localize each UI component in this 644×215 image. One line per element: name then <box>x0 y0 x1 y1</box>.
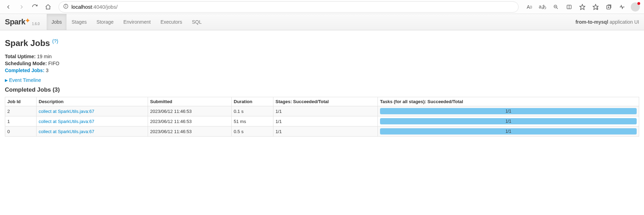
completed-jobs-link[interactable]: Completed Jobs: <box>5 68 46 73</box>
help-link[interactable]: (?) <box>52 38 58 44</box>
table-row: 2collect at SparkUtils.java:672023/06/12… <box>5 106 639 116</box>
spark-logo[interactable]: Spark ✦ 1.6.0 <box>5 17 40 26</box>
svg-line-4 <box>557 8 558 9</box>
uptime-label: Total Uptime: <box>5 54 36 59</box>
cell-stages: 1/1 <box>273 116 378 126</box>
spark-logo-text: Spark <box>5 17 25 26</box>
content: Spark Jobs (?) Total Uptime: 19 min Sche… <box>0 30 644 143</box>
job-description-link[interactable]: collect at SparkUtils.java:67 <box>39 129 94 134</box>
sched-label: Scheduling Mode: <box>5 61 47 66</box>
profile-avatar-icon <box>631 2 640 11</box>
table-row: 0collect at SparkUtils.java:672023/06/12… <box>5 126 639 137</box>
summary-scheduling: Scheduling Mode: FIFO <box>5 60 639 67</box>
task-progress-bar: 1/1 <box>380 118 637 124</box>
cell-jobid: 2 <box>5 106 37 116</box>
read-aloud-icon[interactable]: A)) <box>523 1 535 13</box>
address-bar[interactable]: localhost:4040/jobs/ <box>59 1 519 13</box>
caret-right-icon: ▶ <box>5 78 8 83</box>
th-jobid[interactable]: Job Id <box>5 97 37 106</box>
app-suffix: application UI <box>610 19 639 25</box>
summary-completed: Completed Jobs: 3 <box>5 67 639 74</box>
url-path: /jobs/ <box>105 4 118 10</box>
nav-tab-sql[interactable]: SQL <box>187 14 207 30</box>
job-description-link[interactable]: collect at SparkUtils.java:67 <box>39 119 94 124</box>
summary-list: Total Uptime: 19 min Scheduling Mode: FI… <box>5 53 639 74</box>
nav-tab-jobs[interactable]: Jobs <box>47 14 67 30</box>
task-progress-bar: 1/1 <box>380 108 637 114</box>
cell-duration: 0.5 s <box>232 126 273 137</box>
url-port: :4040 <box>92 4 105 10</box>
favorite-icon[interactable] <box>576 1 588 13</box>
nav-tab-environment[interactable]: Environment <box>118 14 156 30</box>
svg-marker-8 <box>580 4 585 9</box>
refresh-icon <box>32 4 38 10</box>
spark-star-icon: ✦ <box>25 18 31 23</box>
cell-stages: 1/1 <box>273 126 378 137</box>
favorites-list-icon[interactable] <box>590 1 602 13</box>
arrow-left-icon <box>5 4 11 10</box>
nav-tab-storage[interactable]: Storage <box>92 14 118 30</box>
svg-point-2 <box>66 5 66 5</box>
performance-icon[interactable] <box>616 1 628 13</box>
nav-tab-stages[interactable]: Stages <box>67 14 92 30</box>
th-tasks[interactable]: Tasks (for all stages): Succeeded/Total <box>378 97 639 106</box>
browser-right-controls: A)) aあ <box>523 1 641 13</box>
cell-submitted: 2023/06/12 11:46:53 <box>148 116 232 126</box>
url-host: localhost <box>71 4 92 10</box>
split-screen-icon[interactable] <box>563 1 575 13</box>
cell-tasks: 1/1 <box>378 126 639 137</box>
timeline-label: Event Timeline <box>9 77 41 83</box>
cell-submitted: 2023/06/12 11:46:53 <box>148 126 232 137</box>
nav-tabs: JobsStagesStorageEnvironmentExecutorsSQL <box>47 14 207 30</box>
progress-label: 1/1 <box>380 108 636 114</box>
task-progress-bar: 1/1 <box>380 128 637 135</box>
th-description[interactable]: Description <box>37 97 148 106</box>
refresh-button[interactable] <box>29 1 40 13</box>
zoom-icon[interactable] <box>550 1 562 13</box>
completed-label: Completed Jobs: <box>5 68 45 73</box>
page-title: Spark Jobs (?) <box>5 37 639 48</box>
progress-label: 1/1 <box>380 129 636 134</box>
table-row: 1collect at SparkUtils.java:672023/06/12… <box>5 116 639 126</box>
spark-version: 1.6.0 <box>32 22 40 26</box>
home-icon <box>45 4 51 10</box>
job-description-link[interactable]: collect at SparkUtils.java:67 <box>39 109 94 114</box>
spark-navbar: Spark ✦ 1.6.0 JobsStagesStorageEnvironme… <box>0 14 644 30</box>
sched-value: FIFO <box>48 61 59 66</box>
table-header-row: Job Id Description Submitted Duration St… <box>5 97 639 106</box>
cell-tasks: 1/1 <box>378 116 639 126</box>
nav-tab-executors[interactable]: Executors <box>156 14 187 30</box>
cell-tasks: 1/1 <box>378 106 639 116</box>
cell-duration: 51 ms <box>232 116 273 126</box>
site-info-icon[interactable] <box>63 3 69 10</box>
collections-icon[interactable] <box>603 1 615 13</box>
arrow-right-icon <box>18 4 25 10</box>
cell-description: collect at SparkUtils.java:67 <box>37 106 148 116</box>
th-duration[interactable]: Duration <box>232 97 273 106</box>
cell-stages: 1/1 <box>273 106 378 116</box>
cell-duration: 0.1 s <box>232 106 273 116</box>
cell-submitted: 2023/06/12 11:46:53 <box>148 106 232 116</box>
translate-icon[interactable]: aあ <box>537 1 549 13</box>
cell-jobid: 1 <box>5 116 37 126</box>
forward-button[interactable] <box>16 1 27 13</box>
home-button[interactable] <box>42 1 54 13</box>
browser-toolbar: localhost:4040/jobs/ A)) aあ <box>0 0 644 14</box>
page-title-text: Spark Jobs <box>5 38 50 48</box>
cell-description: collect at SparkUtils.java:67 <box>37 126 148 137</box>
cell-jobid: 0 <box>5 126 37 137</box>
app-name: from-to-mysql <box>575 19 608 25</box>
url-text: localhost:4040/jobs/ <box>71 4 118 10</box>
uptime-value: 19 min <box>37 54 52 59</box>
completed-value: 3 <box>46 68 48 73</box>
back-button[interactable] <box>3 1 14 13</box>
completed-jobs-heading: Completed Jobs (3) <box>5 86 639 93</box>
profile-button[interactable] <box>629 1 641 13</box>
th-stages[interactable]: Stages: Succeeded/Total <box>273 97 378 106</box>
event-timeline-toggle[interactable]: ▶ Event Timeline <box>5 77 639 83</box>
cell-description: collect at SparkUtils.java:67 <box>37 116 148 126</box>
completed-jobs-table: Job Id Description Submitted Duration St… <box>5 97 639 137</box>
th-submitted[interactable]: Submitted <box>148 97 232 106</box>
summary-uptime: Total Uptime: 19 min <box>5 53 639 60</box>
app-label: from-to-mysql application UI <box>575 19 639 25</box>
